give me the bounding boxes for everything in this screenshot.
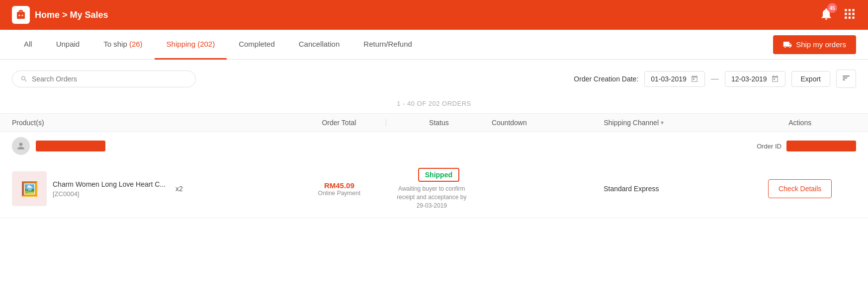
notification-icon[interactable]: 45 bbox=[819, 7, 833, 23]
product-info: 🖼️ Charm Women Long Love Heart C... [ZC0… bbox=[12, 171, 292, 206]
product-image-placeholder: 🖼️ bbox=[21, 181, 38, 197]
date-to-value: 12-03-2019 bbox=[731, 75, 767, 83]
to-ship-badge: (26) bbox=[129, 40, 143, 48]
payment-method: Online Payment bbox=[292, 190, 386, 197]
chevron-down-icon: ▾ bbox=[661, 119, 664, 126]
filter-list-button[interactable] bbox=[836, 70, 856, 88]
calendar-icon bbox=[691, 75, 698, 83]
search-icon bbox=[20, 75, 28, 83]
header-right: 45 bbox=[819, 7, 856, 23]
date-label: Order Creation Date: bbox=[574, 75, 638, 83]
date-to-input[interactable]: 12-03-2019 bbox=[725, 71, 785, 87]
col-header-countdown: Countdown bbox=[486, 119, 604, 127]
main-content: All Unpaid To ship (26) Shipping (202) C… bbox=[0, 30, 868, 292]
tab-completed[interactable]: Completed bbox=[227, 30, 287, 60]
order-id-section: Order ID bbox=[757, 141, 856, 151]
header-breadcrumb: Home > My Sales bbox=[35, 10, 108, 20]
actions-cell: Check Details bbox=[744, 179, 856, 198]
product-row: 🖼️ Charm Women Long Love Heart C... [ZC0… bbox=[0, 160, 868, 218]
seller-name-redacted bbox=[36, 141, 105, 151]
shipping-channel-cell: Standard Express bbox=[604, 185, 744, 193]
filter-bar: Order Creation Date: 01-03-2019 — 12-03-… bbox=[0, 60, 868, 98]
shopee-logo bbox=[12, 6, 30, 24]
date-from-input[interactable]: 01-03-2019 bbox=[644, 71, 705, 87]
tabs: All Unpaid To ship (26) Shipping (202) C… bbox=[12, 30, 424, 59]
status-badge: Shipped bbox=[418, 168, 459, 182]
col-header-products: Product(s) bbox=[12, 119, 292, 127]
product-details: Charm Women Long Love Heart C... [ZC0004… bbox=[53, 180, 166, 198]
tab-cancellation[interactable]: Cancellation bbox=[287, 30, 352, 60]
col-header-status: Status bbox=[386, 119, 486, 127]
product-quantity: x2 bbox=[175, 185, 183, 193]
tab-shipping[interactable]: Shipping (202) bbox=[155, 30, 227, 60]
date-separator: — bbox=[711, 74, 719, 83]
order-meta-row: Order ID bbox=[0, 132, 868, 160]
tab-all[interactable]: All bbox=[12, 30, 44, 60]
notification-badge: 45 bbox=[827, 3, 837, 13]
header-left: Home > My Sales bbox=[12, 6, 108, 24]
tab-to-ship[interactable]: To ship (26) bbox=[91, 30, 154, 60]
order-id-label: Order ID bbox=[757, 143, 781, 150]
order-section: Order ID 🖼️ Charm Women Long Love Heart … bbox=[0, 132, 868, 218]
ship-my-orders-button[interactable]: Ship my orders bbox=[773, 35, 856, 54]
calendar-icon-2 bbox=[771, 75, 779, 83]
order-status-cell: Shipped Awaiting buyer to confirm receip… bbox=[386, 168, 485, 210]
tab-return-refund[interactable]: Return/Refund bbox=[351, 30, 424, 60]
order-price: RM45.09 bbox=[292, 181, 386, 190]
export-button[interactable]: Export bbox=[791, 71, 830, 87]
product-image: 🖼️ bbox=[12, 171, 47, 206]
col-header-actions: Actions bbox=[744, 119, 856, 127]
grid-icon[interactable] bbox=[843, 7, 856, 23]
filter-right: Order Creation Date: 01-03-2019 — 12-03-… bbox=[574, 70, 856, 88]
header: Home > My Sales 45 bbox=[0, 0, 868, 30]
tab-unpaid[interactable]: Unpaid bbox=[44, 30, 92, 60]
check-details-button[interactable]: Check Details bbox=[768, 179, 832, 198]
table-header: Product(s) Order Total Status Countdown … bbox=[0, 113, 868, 132]
col-header-shipping[interactable]: Shipping Channel ▾ bbox=[604, 119, 744, 127]
status-sub-text: Awaiting buyer to confirm receipt and ac… bbox=[392, 185, 471, 210]
search-input[interactable] bbox=[32, 75, 187, 83]
order-count: 1 - 40 OF 202 ORDERS bbox=[0, 98, 868, 113]
ship-button-label: Ship my orders bbox=[796, 40, 846, 49]
svg-point-1 bbox=[19, 15, 20, 16]
svg-point-2 bbox=[22, 15, 23, 16]
tabs-container: All Unpaid To ship (26) Shipping (202) C… bbox=[0, 30, 868, 60]
product-name: Charm Women Long Love Heart C... bbox=[53, 180, 166, 188]
col-header-total: Order Total bbox=[292, 119, 386, 127]
order-total-cell: RM45.09 Online Payment bbox=[292, 181, 386, 197]
search-box[interactable] bbox=[12, 71, 196, 87]
date-from-value: 01-03-2019 bbox=[651, 75, 687, 83]
list-filter-icon bbox=[842, 73, 851, 82]
svg-rect-0 bbox=[17, 12, 25, 19]
shipping-channel-label: Shipping Channel bbox=[604, 119, 659, 127]
avatar bbox=[12, 137, 30, 155]
product-sku: [ZC0004] bbox=[53, 190, 166, 198]
order-id-redacted bbox=[786, 141, 856, 151]
